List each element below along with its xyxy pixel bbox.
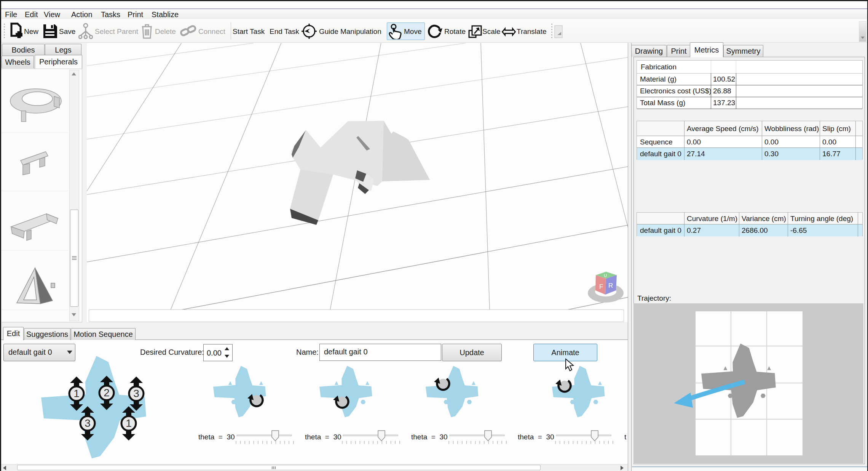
svg-text:1: 1	[73, 388, 80, 399]
svg-text:2: 2	[104, 387, 110, 399]
svg-text:3: 3	[133, 388, 139, 399]
svg-text:3: 3	[85, 417, 91, 429]
svg-text:R: R	[608, 282, 613, 289]
svg-text:1: 1	[126, 417, 132, 429]
svg-text:U: U	[604, 273, 607, 278]
svg-text:F: F	[599, 283, 603, 290]
